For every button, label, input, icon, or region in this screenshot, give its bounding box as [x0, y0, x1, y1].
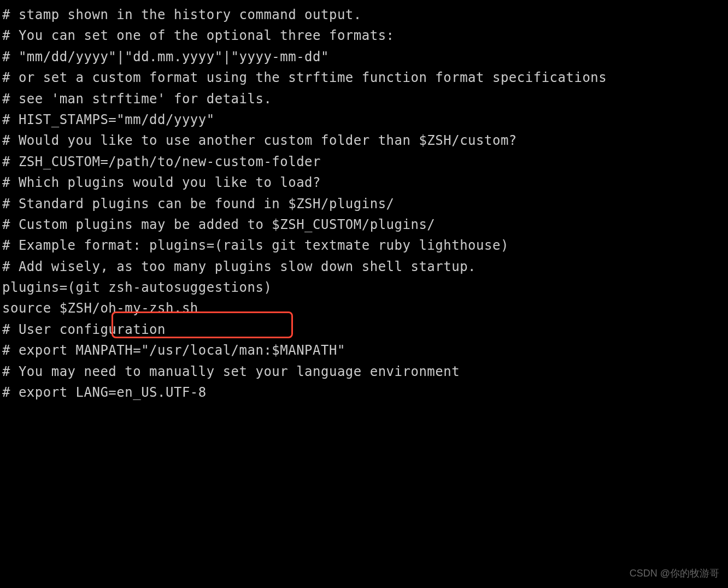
terminal-content[interactable]: # stamp shown in the history command out… [2, 4, 726, 403]
config-line: # Add wisely, as too many plugins slow d… [2, 256, 726, 277]
config-line: # see 'man strftime' for details. [2, 89, 726, 109]
config-line: # ZSH_CUSTOM=/path/to/new-custom-folder [2, 151, 726, 172]
config-line: # Which plugins would you like to load? [2, 172, 726, 193]
config-line: # HIST_STAMPS="mm/dd/yyyy" [2, 109, 726, 130]
config-line: # User configuration [2, 319, 726, 340]
config-line: # export LANG=en_US.UTF-8 [2, 382, 726, 403]
config-line-plugins: plugins=(git zsh-autosuggestions) [2, 277, 726, 298]
config-line: # Standard plugins can be found in $ZSH/… [2, 193, 726, 214]
config-line: # stamp shown in the history command out… [2, 4, 726, 25]
config-line: # "mm/dd/yyyy"|"dd.mm.yyyy"|"yyyy-mm-dd" [2, 46, 726, 67]
config-line: # Example format: plugins=(rails git tex… [2, 235, 726, 256]
config-line: # Would you like to use another custom f… [2, 130, 726, 151]
config-line: # Custom plugins may be added to $ZSH_CU… [2, 214, 726, 235]
config-line: # or set a custom format using the strft… [2, 67, 726, 88]
csdn-watermark: CSDN @你的牧游哥 [630, 566, 719, 581]
config-line: # export MANPATH="/usr/local/man:$MANPAT… [2, 340, 726, 361]
config-line: # You can set one of the optional three … [2, 25, 726, 46]
config-line: # You may need to manually set your lang… [2, 361, 726, 382]
config-line: source $ZSH/oh-my-zsh.sh [2, 298, 726, 319]
